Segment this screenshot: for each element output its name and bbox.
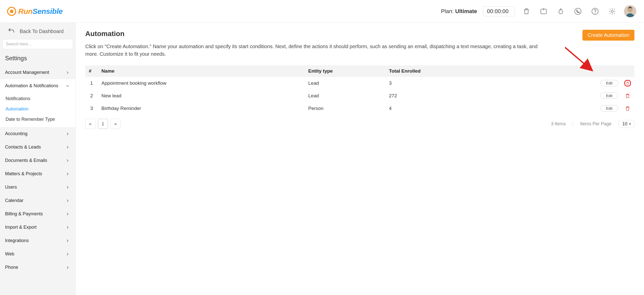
sidebar-item-calendar[interactable]: Calendar <box>0 194 75 207</box>
back-label: Back To Dashboard <box>20 28 64 34</box>
sidebar-item-contacts-leads[interactable]: Contacts & Leads <box>0 140 75 154</box>
back-arrow-icon <box>8 27 15 36</box>
add-tab-icon[interactable] <box>538 6 549 17</box>
sidebar-item-label: Integrations <box>5 238 29 243</box>
sidebar-subitem-notifications[interactable]: Notifications <box>0 94 75 104</box>
sidebar-item-label: Import & Export <box>5 225 37 230</box>
settings-title: Settings <box>0 53 75 66</box>
svg-point-7 <box>575 8 581 14</box>
sidebar-item-integrations[interactable]: Integrations <box>0 234 75 247</box>
automation-table: # Name Entity type Total Enrolled 1Appoi… <box>85 65 634 115</box>
edit-button[interactable]: Edit <box>600 105 618 111</box>
footer-divider <box>573 121 573 127</box>
sidebar: Back To Dashboard Settings Account Manag… <box>0 23 76 295</box>
logo-text: RunSensible <box>18 7 63 16</box>
sidebar-item-import-export[interactable]: Import & Export <box>0 221 75 234</box>
row-name: New lead <box>98 90 305 102</box>
main-content: Automation Create Automation Click on "C… <box>76 23 644 295</box>
row-name: Appointment booking workflow <box>98 77 305 90</box>
topbar-right: Plan: Ultimate 00:00:00 <box>441 5 636 18</box>
row-enrolled: 272 <box>385 90 476 102</box>
search-input[interactable] <box>3 39 73 49</box>
timer-value: 00:00:00 <box>487 8 509 15</box>
sidebar-item-label: Accounting <box>5 131 27 136</box>
chevron-right-icon <box>65 172 70 176</box>
row-entity: Person <box>305 102 385 115</box>
chevron-right-icon <box>65 225 70 230</box>
sidebar-subitem-automation[interactable]: Automation <box>0 104 75 114</box>
sidebar-item-matters-projects[interactable]: Matters & Projects <box>0 167 75 181</box>
row-number: 1 <box>85 77 98 90</box>
sidebar-item-billing-payments[interactable]: Billing & Payments <box>0 207 75 221</box>
page-title: Automation <box>85 30 125 38</box>
phone-icon[interactable] <box>572 6 583 17</box>
table-row: 1Appointment booking workflowLead3Edit <box>85 77 634 90</box>
sidebar-item-label: Automation & Notifications <box>5 83 58 88</box>
chevron-right-icon <box>65 212 70 216</box>
per-page-label: Items Per Page <box>580 121 611 127</box>
per-page-value: 10 <box>622 121 627 127</box>
row-enrolled: 4 <box>385 102 476 115</box>
col-header-name: Name <box>98 65 305 77</box>
row-number: 3 <box>85 102 98 115</box>
top-bar: RunSensible Plan: Ultimate 00:00:00 <box>0 0 644 23</box>
edit-button[interactable]: Edit <box>600 93 618 99</box>
timer-widget[interactable]: 00:00:00 <box>483 6 515 16</box>
sidebar-item-label: Matters & Projects <box>5 171 42 176</box>
create-automation-button[interactable]: Create Automation <box>582 30 634 41</box>
sidebar-item-phone[interactable]: Phone <box>0 261 75 274</box>
sidebar-item-label: Web <box>5 251 14 257</box>
col-header-number: # <box>85 65 98 77</box>
chevron-right-icon <box>65 198 70 203</box>
row-entity: Lead <box>305 90 385 102</box>
help-icon[interactable] <box>590 6 601 17</box>
sidebar-item-label: Account Management <box>5 70 49 75</box>
app-logo[interactable]: RunSensible <box>7 7 63 16</box>
avatar[interactable] <box>624 5 636 18</box>
sidebar-item-users[interactable]: Users <box>0 181 75 194</box>
sidebar-subitem-date-to-remember-type[interactable]: Date to Remember Type <box>0 114 75 125</box>
delete-button[interactable] <box>624 93 631 99</box>
row-enrolled: 3 <box>385 77 476 90</box>
sidebar-item-label: Billing & Payments <box>5 211 43 217</box>
sidebar-item-label: Phone <box>5 265 18 270</box>
pager-page-1[interactable]: 1 <box>98 119 108 129</box>
trash-header-icon[interactable] <box>521 6 532 17</box>
table-row: 2New leadLead272Edit <box>85 90 634 102</box>
page-description: Click on "Create Automation." Name your … <box>85 43 539 58</box>
svg-point-10 <box>611 10 613 12</box>
delete-button[interactable] <box>624 105 631 112</box>
items-count-label: 3 Items <box>551 121 566 127</box>
edit-button[interactable]: Edit <box>600 80 618 86</box>
sidebar-item-accounting[interactable]: Accounting <box>0 127 75 140</box>
chevron-right-icon <box>65 158 70 163</box>
pager-prev[interactable]: « <box>85 119 95 129</box>
chevron-right-icon <box>65 239 70 243</box>
pager: « 1 » <box>85 119 121 129</box>
chevron-down-icon <box>65 84 70 88</box>
chevron-right-icon <box>65 132 70 136</box>
plan-label: Plan: Ultimate <box>441 8 477 15</box>
sidebar-item-label: Users <box>5 185 17 190</box>
sort-icon: ▴▾ <box>629 122 631 125</box>
per-page-select[interactable]: 10 ▴▾ <box>619 120 634 128</box>
sidebar-item-automation-notifications[interactable]: Automation & Notifications <box>0 79 75 93</box>
row-number: 2 <box>85 90 98 102</box>
chevron-right-icon <box>65 70 70 75</box>
sidebar-item-web[interactable]: Web <box>0 247 75 261</box>
sidebar-item-label: Documents & Emails <box>5 158 47 163</box>
svg-point-9 <box>595 13 595 13</box>
row-entity: Lead <box>305 77 385 90</box>
sidebar-item-account-management[interactable]: Account Management <box>0 66 75 79</box>
gear-icon[interactable] <box>607 6 618 17</box>
chevron-right-icon <box>65 145 70 150</box>
chevron-right-icon <box>65 252 70 256</box>
pager-next[interactable]: » <box>110 119 121 129</box>
delete-button[interactable] <box>624 80 631 86</box>
col-header-entity: Entity type <box>305 65 385 77</box>
row-name: Birthday Reminder <box>98 102 305 115</box>
flame-icon[interactable] <box>555 6 566 17</box>
chevron-right-icon <box>65 185 70 190</box>
back-to-dashboard[interactable]: Back To Dashboard <box>0 23 75 39</box>
sidebar-item-documents-emails[interactable]: Documents & Emails <box>0 154 75 167</box>
